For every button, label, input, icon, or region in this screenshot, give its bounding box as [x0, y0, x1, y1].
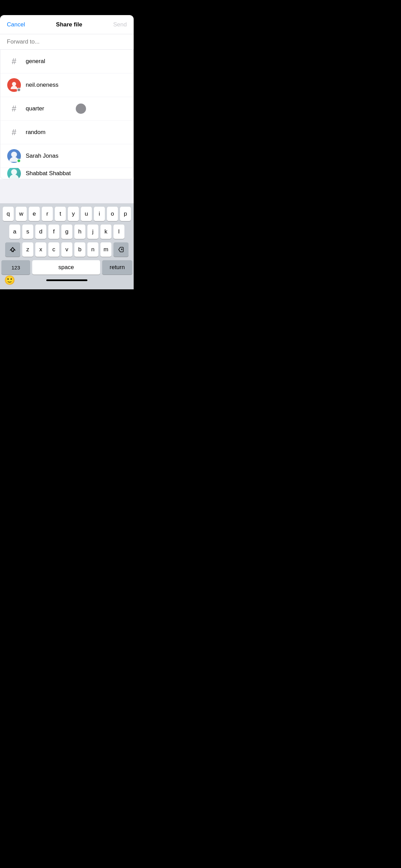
- channel-icon: #: [7, 102, 21, 116]
- key-k[interactable]: k: [100, 225, 111, 239]
- key-b[interactable]: b: [74, 242, 85, 257]
- channel-icon: #: [7, 55, 21, 68]
- key-d[interactable]: d: [35, 225, 46, 239]
- key-j[interactable]: j: [87, 225, 98, 239]
- key-y[interactable]: y: [68, 207, 79, 221]
- emoji-row: 🙂: [1, 277, 132, 289]
- search-bar: [0, 34, 134, 50]
- cancel-button[interactable]: Cancel: [7, 21, 25, 28]
- status-dot: [17, 159, 21, 163]
- key-o[interactable]: o: [107, 207, 118, 221]
- emoji-button[interactable]: 🙂: [4, 275, 15, 286]
- status-dot: [17, 88, 21, 92]
- keyboard-row-3: z x c v b n m: [1, 242, 132, 257]
- return-key[interactable]: return: [102, 260, 132, 275]
- key-p[interactable]: p: [120, 207, 131, 221]
- list-item[interactable]: neil.oneness: [0, 73, 133, 97]
- key-r[interactable]: r: [42, 207, 53, 221]
- key-f[interactable]: f: [48, 225, 59, 239]
- key-i[interactable]: i: [94, 207, 105, 221]
- keyboard-row-2: a s d f g h j k l: [1, 225, 132, 239]
- svg-point-2: [11, 169, 17, 175]
- keyboard-bottom-row: 123 space return: [1, 260, 132, 275]
- key-g[interactable]: g: [61, 225, 72, 239]
- space-key[interactable]: space: [32, 260, 100, 275]
- keyboard-row-1: q w e r t y u i o p: [1, 207, 132, 221]
- channel-icon: #: [7, 125, 21, 139]
- svg-point-1: [11, 152, 17, 157]
- item-label: random: [26, 129, 46, 136]
- key-h[interactable]: h: [74, 225, 85, 239]
- send-button[interactable]: Send: [113, 21, 127, 28]
- item-label: Shabbat Shabbat: [26, 170, 71, 177]
- list-item[interactable]: # quarter: [0, 97, 133, 121]
- key-a[interactable]: a: [9, 225, 20, 239]
- avatar: [7, 78, 21, 92]
- list-item[interactable]: Sarah Jonas: [0, 144, 133, 168]
- status-bar: [0, 0, 134, 15]
- avatar: [7, 149, 21, 163]
- key-u[interactable]: u: [81, 207, 92, 221]
- key-m[interactable]: m: [100, 242, 111, 257]
- key-z[interactable]: z: [22, 242, 33, 257]
- key-s[interactable]: s: [22, 225, 33, 239]
- svg-point-0: [12, 82, 16, 86]
- list-item[interactable]: Shabbat Shabbat: [0, 168, 133, 179]
- avatar: [7, 168, 21, 179]
- list-item[interactable]: # random: [0, 121, 133, 144]
- key-x[interactable]: x: [35, 242, 46, 257]
- key-l[interactable]: l: [113, 225, 124, 239]
- item-label: neil.oneness: [26, 82, 58, 88]
- modal-title: Share file: [56, 21, 82, 28]
- list-item[interactable]: # general: [0, 50, 133, 73]
- keyboard: q w e r t y u i o p a s d f g h j k l: [0, 203, 134, 289]
- drag-handle: [76, 104, 86, 114]
- numbers-key[interactable]: 123: [1, 260, 30, 275]
- key-n[interactable]: n: [87, 242, 98, 257]
- home-indicator: [46, 279, 87, 281]
- nav-bar: Cancel Share file Send: [0, 15, 134, 34]
- shift-key[interactable]: [5, 242, 20, 257]
- key-w[interactable]: w: [16, 207, 27, 221]
- recipient-list: # general neil.oneness # quarter: [0, 50, 134, 179]
- item-label: general: [26, 58, 45, 65]
- modal-container: Cancel Share file Send # general: [0, 15, 134, 289]
- forward-to-input[interactable]: [7, 38, 127, 45]
- delete-key[interactable]: [113, 242, 129, 257]
- key-t[interactable]: t: [55, 207, 66, 221]
- content-area: [0, 179, 134, 203]
- item-label: Sarah Jonas: [26, 153, 58, 159]
- key-q[interactable]: q: [3, 207, 14, 221]
- item-label: quarter: [26, 105, 44, 112]
- key-e[interactable]: e: [29, 207, 40, 221]
- key-c[interactable]: c: [48, 242, 59, 257]
- key-v[interactable]: v: [61, 242, 72, 257]
